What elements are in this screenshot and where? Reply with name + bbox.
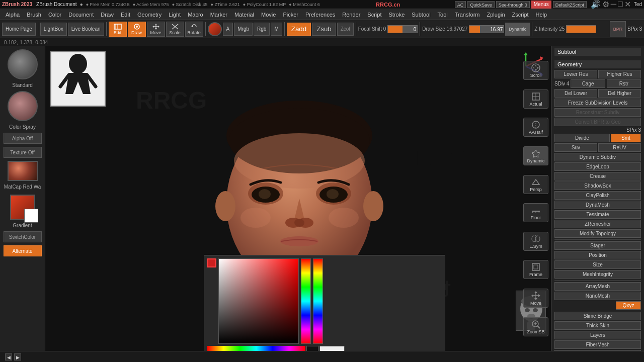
floor-nav-btn[interactable]: Floor bbox=[523, 203, 548, 222]
seethrough-button[interactable]: See-through 0 bbox=[496, 1, 530, 8]
persp-nav-btn[interactable]: Persp bbox=[523, 175, 548, 194]
color-swatch-thumb[interactable] bbox=[208, 22, 222, 36]
smt-btn[interactable]: Smt bbox=[611, 134, 641, 142]
zsub-btn[interactable]: Zsub bbox=[312, 23, 336, 36]
zremesher-btn[interactable]: ZRemesher bbox=[554, 220, 641, 228]
foreground-color[interactable] bbox=[10, 195, 35, 220]
live-boolean-button[interactable]: Live Boolean bbox=[68, 23, 104, 36]
close-icon[interactable]: ✕ bbox=[624, 0, 631, 9]
slime-bridge-btn[interactable]: Slime Bridge bbox=[554, 312, 641, 320]
mesh-integrity-btn[interactable]: MeshIntegrity bbox=[554, 270, 641, 279]
brush-thumbnail[interactable] bbox=[8, 49, 38, 79]
menus-button[interactable]: Menus bbox=[531, 1, 551, 9]
modify-topology-btn[interactable]: Modify Topology bbox=[554, 229, 641, 238]
pose-thumbnail[interactable] bbox=[50, 51, 106, 107]
zcol-btn[interactable]: Zcol bbox=[337, 23, 354, 36]
quicksave-button[interactable]: QuickSave bbox=[467, 1, 495, 8]
rotate-btn[interactable]: Rotate bbox=[185, 22, 203, 37]
draw-btn[interactable]: Draw bbox=[128, 22, 146, 37]
mrgb-btn[interactable]: Mrgb bbox=[234, 23, 253, 36]
reconstruct-subdiv-btn[interactable]: Reconstruct Subdiv bbox=[554, 108, 641, 117]
frame-nav-btn[interactable]: Frame bbox=[523, 260, 548, 279]
maximize-icon[interactable]: □ bbox=[618, 0, 623, 9]
color-hue-strip[interactable] bbox=[301, 258, 311, 344]
dynamic-nav-btn[interactable]: Dynamic bbox=[523, 146, 548, 165]
menu-render[interactable]: Render bbox=[339, 11, 364, 19]
move-nav-btn[interactable]: Move bbox=[523, 289, 548, 308]
prev-btn[interactable]: ◀ bbox=[5, 353, 12, 360]
m-btn[interactable]: M bbox=[271, 23, 282, 36]
nanomesh-btn[interactable]: NanoMesh bbox=[554, 292, 641, 300]
menu-draw[interactable]: Draw bbox=[97, 11, 117, 19]
white-swatch[interactable] bbox=[319, 346, 345, 351]
texture-off-btn[interactable]: Texture Off bbox=[4, 147, 42, 158]
menu-light[interactable]: Light bbox=[165, 11, 184, 19]
minimize-icon[interactable]: ─ bbox=[611, 0, 616, 9]
menu-preferences[interactable]: Preferences bbox=[302, 11, 339, 19]
size-btn[interactable]: Size bbox=[554, 260, 641, 269]
red-swatch[interactable] bbox=[207, 258, 216, 267]
cage-btn[interactable]: Cage bbox=[571, 79, 605, 88]
menu-alpha[interactable]: Alpha bbox=[2, 11, 23, 19]
menu-picker[interactable]: Picker bbox=[279, 11, 302, 19]
ac-button[interactable]: AC bbox=[455, 1, 466, 8]
shadowbox-btn[interactable]: ShadowBox bbox=[554, 182, 641, 190]
scale-btn[interactable]: Scale bbox=[166, 22, 184, 37]
menu-geometry[interactable]: Geometry bbox=[134, 11, 165, 19]
brush2-thumbnail[interactable] bbox=[8, 91, 38, 121]
menu-movie[interactable]: Movie bbox=[258, 11, 279, 19]
menu-script[interactable]: Script bbox=[364, 11, 385, 19]
arraymesh-btn[interactable]: ArrayMesh bbox=[554, 282, 641, 291]
del-lower-btn[interactable]: Del Lower bbox=[554, 89, 597, 98]
menu-document[interactable]: Document bbox=[65, 11, 97, 19]
menu-stroke[interactable]: Stroke bbox=[385, 11, 408, 19]
thick-skin-btn[interactable]: Thick Skin bbox=[554, 321, 641, 330]
higher-res-btn[interactable]: Higher Res bbox=[598, 70, 641, 78]
menu-brush[interactable]: Brush bbox=[23, 11, 45, 19]
fibermesh-btn[interactable]: FiberMesh bbox=[554, 340, 641, 349]
audio-icon[interactable]: 🔊 bbox=[591, 0, 601, 9]
edgeloop-btn[interactable]: EdgeLoop bbox=[554, 162, 641, 171]
draw-size-slider[interactable]: Draw Size 16.97027 16.97 bbox=[422, 25, 504, 33]
scroll-nav-btn[interactable]: Scroll bbox=[523, 61, 548, 80]
rgb-btn[interactable]: Rgb bbox=[254, 23, 270, 36]
menu-zscript[interactable]: Zscript bbox=[509, 11, 532, 19]
next-btn[interactable]: ▶ bbox=[14, 353, 21, 360]
a-btn[interactable]: A bbox=[223, 23, 233, 36]
menu-subtool[interactable]: Subtool bbox=[408, 11, 434, 19]
default-zscript-button[interactable]: DefaultZScript bbox=[553, 1, 587, 8]
aahalf-nav-btn[interactable]: AAHalf bbox=[523, 118, 548, 137]
layers-btn[interactable]: Layers bbox=[554, 331, 641, 339]
dynamic-btn[interactable]: Dynamic bbox=[505, 23, 530, 36]
rainbow-strip[interactable] bbox=[313, 258, 323, 344]
alpha-off-btn[interactable]: Alpha Off bbox=[4, 133, 42, 144]
rp-geometry-title[interactable]: Geometry bbox=[554, 60, 641, 68]
zadd-btn[interactable]: Zadd bbox=[287, 23, 311, 36]
reuv-btn[interactable]: ReUV bbox=[598, 143, 641, 152]
menu-material[interactable]: Material bbox=[231, 11, 258, 19]
freeze-subdiv-btn[interactable]: Freeze SubDivision Levels bbox=[554, 99, 641, 107]
menu-zplugin[interactable]: Zplugin bbox=[483, 11, 508, 19]
convert-bpr-btn[interactable]: Convert BPR to Geo bbox=[554, 118, 641, 126]
background-color[interactable] bbox=[24, 209, 38, 223]
rp-subtool-title[interactable]: Subtool bbox=[554, 48, 641, 56]
suv-btn[interactable]: Suv bbox=[554, 143, 597, 152]
menu-macro[interactable]: Macro bbox=[184, 11, 207, 19]
lower-res-btn[interactable]: Lower Res bbox=[554, 70, 597, 78]
settings-icon[interactable]: ⚙ bbox=[602, 0, 609, 9]
zoomsb-nav-btn[interactable]: ZoomSB bbox=[523, 317, 548, 336]
menu-help[interactable]: Help bbox=[532, 11, 551, 19]
move-btn[interactable]: Move bbox=[147, 22, 165, 37]
qxyz-btn[interactable]: Qxyz bbox=[616, 301, 641, 310]
crease-btn[interactable]: Crease bbox=[554, 172, 641, 180]
position-btn[interactable]: Position bbox=[554, 251, 641, 259]
actual-nav-btn[interactable]: Actual bbox=[523, 89, 548, 109]
matcap-swatch[interactable] bbox=[8, 161, 38, 181]
menu-color[interactable]: Color bbox=[45, 11, 65, 19]
focal-shift-slider[interactable]: Focal Shift 0 0 bbox=[358, 25, 418, 33]
menu-transform[interactable]: Transform bbox=[451, 11, 484, 19]
home-page-button[interactable]: Home Page bbox=[2, 23, 36, 36]
claypolish-btn[interactable]: ClayPolish bbox=[554, 191, 641, 200]
menu-tool[interactable]: Tool bbox=[434, 11, 451, 19]
switch-color-btn[interactable]: SwitchColor bbox=[4, 231, 42, 242]
